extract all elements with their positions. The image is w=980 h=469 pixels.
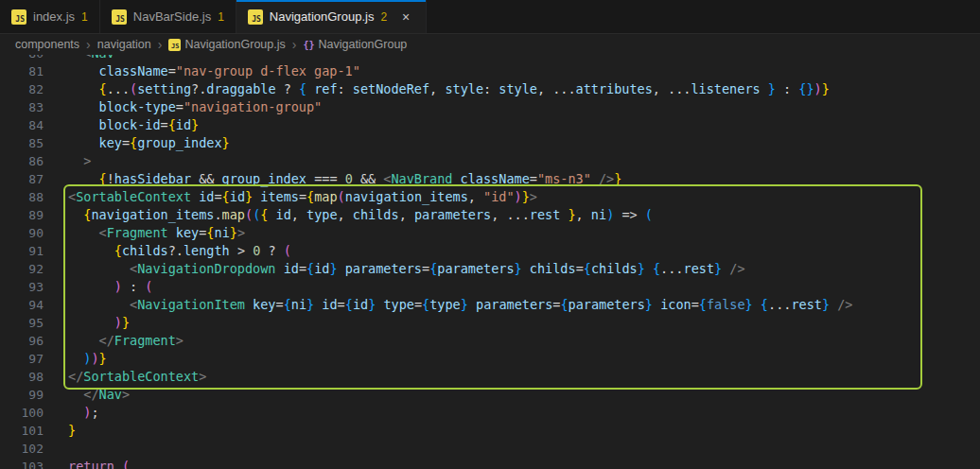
- code-text: <NavigationDropdown id={id} parameters={…: [44, 260, 745, 278]
- breadcrumb-item-symbol[interactable]: {} NavigationGroup: [303, 38, 407, 51]
- line-number[interactable]: 100: [0, 404, 44, 422]
- javascript-file-icon: JS: [112, 9, 127, 25]
- line-number[interactable]: 83: [0, 98, 44, 116]
- line-number[interactable]: 82: [0, 80, 44, 98]
- code-text: {navigation_items.map(({ id, type, child…: [44, 206, 653, 224]
- code-line[interactable]: 83 block-type="navigation-group": [0, 98, 980, 116]
- line-number[interactable]: 88: [0, 188, 44, 206]
- chevron-right-icon: ›: [86, 38, 91, 51]
- code-line[interactable]: 82 {...(setting?.draggable ? { ref: setN…: [0, 80, 980, 98]
- code-line[interactable]: 89 {navigation_items.map(({ id, type, ch…: [0, 206, 980, 224]
- tab-index-js[interactable]: JS index.js 1: [0, 0, 100, 33]
- code-text: ) : (: [44, 278, 152, 296]
- code-text: <Nav: [44, 55, 114, 62]
- breadcrumb-item-components[interactable]: components: [15, 38, 79, 51]
- code-line[interactable]: 84 block-id={id}: [0, 116, 980, 134]
- code-line[interactable]: 95 )}: [0, 314, 980, 332]
- code-line[interactable]: 93 ) : (: [0, 278, 980, 296]
- line-number[interactable]: 97: [0, 350, 44, 368]
- code-text: className="nav-group d-flex gap-1": [44, 62, 360, 80]
- code-line[interactable]: 94 <NavigationItem key={ni} id={id} type…: [0, 296, 980, 314]
- code-text: >: [44, 152, 91, 170]
- code-text: </Nav>: [44, 386, 130, 404]
- code-line[interactable]: 81 className="nav-group d-flex gap-1": [0, 62, 980, 80]
- line-number[interactable]: 92: [0, 260, 44, 278]
- code-text: {!hasSidebar && group_index === 0 && <Na…: [44, 170, 621, 188]
- line-number[interactable]: 103: [0, 458, 44, 469]
- chevron-right-icon: ›: [158, 38, 163, 51]
- code-text: <Fragment key={ni}>: [44, 224, 245, 242]
- code-line[interactable]: 80 <Nav: [0, 55, 980, 62]
- line-number[interactable]: 95: [0, 314, 44, 332]
- line-number[interactable]: 84: [0, 116, 44, 134]
- code-text: }: [44, 422, 76, 440]
- code-line[interactable]: 96 </Fragment>: [0, 332, 980, 350]
- code-line[interactable]: 101}: [0, 422, 980, 440]
- code-text: ))}: [44, 350, 107, 368]
- code-text: );: [44, 404, 99, 422]
- code-text: )}: [44, 314, 130, 332]
- line-number[interactable]: 86: [0, 152, 44, 170]
- code-line[interactable]: 100 );: [0, 404, 980, 422]
- code-line[interactable]: 98</SortableContext>: [0, 368, 980, 386]
- breadcrumb-item-file[interactable]: JS NavigationGroup.js: [168, 38, 285, 51]
- javascript-file-icon: JS: [248, 9, 263, 25]
- line-number[interactable]: 81: [0, 62, 44, 80]
- line-number[interactable]: 101: [0, 422, 44, 440]
- tab-bar: JS index.js 1 JS NavBarSide.js 1 JS Navi…: [0, 0, 980, 34]
- line-number[interactable]: 98: [0, 368, 44, 386]
- close-icon[interactable]: ×: [397, 9, 414, 26]
- breadcrumb-label: components: [15, 38, 79, 51]
- code-text: {...(setting?.draggable ? { ref: setNode…: [44, 80, 830, 98]
- line-number[interactable]: 87: [0, 170, 44, 188]
- breadcrumb-label: NavigationGroup: [318, 38, 407, 51]
- code-text: block-id={id}: [44, 116, 199, 134]
- code-line[interactable]: 99 </Nav>: [0, 386, 980, 404]
- code-line[interactable]: 90 <Fragment key={ni}>: [0, 224, 980, 242]
- code-editor-window: JS index.js 1 JS NavBarSide.js 1 JS Navi…: [0, 0, 980, 469]
- line-number[interactable]: 80: [0, 55, 44, 62]
- breadcrumb-item-navigation[interactable]: navigation: [97, 38, 151, 51]
- chevron-right-icon: ›: [292, 38, 297, 51]
- line-number[interactable]: 94: [0, 296, 44, 314]
- line-number[interactable]: 96: [0, 332, 44, 350]
- code-line[interactable]: 87 {!hasSidebar && group_index === 0 && …: [0, 170, 980, 188]
- code-editor[interactable]: 80 <Nav81 className="nav-group d-flex ga…: [0, 55, 980, 469]
- tab-label: NavigationGroup.js: [270, 9, 375, 24]
- code-text: block-type="navigation-group": [44, 98, 322, 116]
- tab-label: index.js: [33, 9, 75, 24]
- line-number[interactable]: 91: [0, 242, 44, 260]
- javascript-file-icon: JS: [11, 9, 26, 25]
- code-lines: 80 <Nav81 className="nav-group d-flex ga…: [0, 55, 980, 469]
- line-number[interactable]: 89: [0, 206, 44, 224]
- tab-warning-count: 2: [380, 10, 387, 24]
- code-text: <NavigationItem key={ni} id={id} type={t…: [44, 296, 852, 314]
- breadcrumb: components › navigation › JS NavigationG…: [0, 34, 980, 55]
- line-number[interactable]: 93: [0, 278, 44, 296]
- code-line[interactable]: 97 ))}: [0, 350, 980, 368]
- code-text: return (: [44, 458, 130, 469]
- line-number[interactable]: 85: [0, 134, 44, 152]
- breadcrumb-label: navigation: [97, 38, 151, 51]
- code-line[interactable]: 91 {childs?.length > 0 ? (: [0, 242, 980, 260]
- code-line[interactable]: 85 key={group_index}: [0, 134, 980, 152]
- code-line[interactable]: 103return (: [0, 458, 980, 469]
- tab-warning-count: 1: [218, 10, 224, 24]
- code-text: [44, 440, 68, 458]
- code-line[interactable]: 86 >: [0, 152, 980, 170]
- tab-navbarside-js[interactable]: JS NavBarSide.js 1: [100, 0, 236, 33]
- line-number[interactable]: 99: [0, 386, 44, 404]
- symbol-icon: {}: [303, 40, 314, 50]
- code-line[interactable]: 92 <NavigationDropdown id={id} parameter…: [0, 260, 980, 278]
- tab-label: NavBarSide.js: [133, 9, 211, 24]
- tab-warning-count: 1: [81, 10, 88, 24]
- line-number[interactable]: 102: [0, 440, 44, 458]
- code-text: <SortableContext id={id} items={map(navi…: [44, 188, 537, 206]
- tab-navigationgroup-js[interactable]: JS NavigationGroup.js 2 ×: [236, 0, 427, 33]
- code-line[interactable]: 102: [0, 440, 980, 458]
- line-number[interactable]: 90: [0, 224, 44, 242]
- code-text: {childs?.length > 0 ? (: [44, 242, 291, 260]
- code-text: key={group_index}: [44, 134, 230, 152]
- breadcrumb-label: NavigationGroup.js: [184, 38, 285, 51]
- code-line[interactable]: 88<SortableContext id={id} items={map(na…: [0, 188, 980, 206]
